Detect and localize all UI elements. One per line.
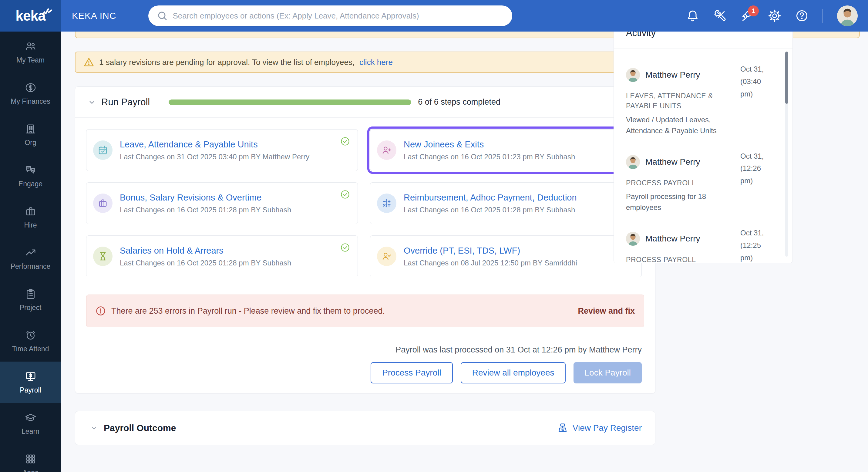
step-meta: Last Changes on 08 Jul 2025 12:50 pm BY … bbox=[404, 259, 617, 267]
activity-category: LEAVES, ATTENDANCE & PAYABLE UNITS bbox=[626, 91, 740, 111]
lock-payroll-button[interactable]: Lock Payroll bbox=[574, 362, 642, 383]
sidebar-item-label: My Finances bbox=[11, 97, 50, 105]
activity-entry: Matthew Perry PROCESS PAYROLL Payroll pr… bbox=[626, 150, 774, 213]
settings-gear-icon[interactable] bbox=[768, 9, 781, 23]
calendar-check-icon bbox=[93, 140, 113, 160]
sidebar-item-label: Apps bbox=[23, 469, 38, 472]
activity-entry: Matthew Perry LEAVES, ATTENDANCE & PAYAB… bbox=[626, 63, 774, 136]
user-plus-icon bbox=[377, 140, 396, 160]
sidebar-item-org[interactable]: Org bbox=[0, 114, 61, 155]
step-card-leave-attendance[interactable]: Leave, Attendance & Payable Units Last C… bbox=[86, 129, 358, 171]
sidebar-item-performance[interactable]: Performance bbox=[0, 238, 61, 279]
step-title-link[interactable]: Salaries on Hold & Arrears bbox=[120, 246, 333, 256]
avatar bbox=[626, 232, 640, 246]
step-meta: Last Changes on 16 Oct 2025 01:28 pm BY … bbox=[404, 206, 617, 214]
activity-category: PROCESS PAYROLL bbox=[626, 255, 740, 262]
view-pay-register-link[interactable]: View Pay Register bbox=[557, 422, 642, 434]
activity-category: PROCESS PAYROLL bbox=[626, 178, 740, 188]
sidebar-item-my-team[interactable]: My Team bbox=[0, 32, 61, 73]
activity-user-name: Matthew Perry bbox=[645, 70, 700, 80]
warning-text: 1 salary revisions are pending for appro… bbox=[99, 58, 354, 67]
top-bar: keka KEKA INC bbox=[0, 0, 868, 32]
step-title-link[interactable]: Override (PT, ESI, TDS, LWF) bbox=[404, 246, 617, 256]
hourglass-icon bbox=[93, 247, 113, 266]
step-title-link[interactable]: New Joinees & Exits bbox=[404, 139, 617, 150]
step-card-bonus-salary[interactable]: Bonus, Salary Revisions & Overtime Last … bbox=[86, 182, 358, 224]
project-icon bbox=[25, 288, 37, 300]
last-processed-text: Payroll was last processed on 31 Oct at … bbox=[396, 345, 642, 355]
sidebar-item-apps[interactable]: Apps bbox=[0, 444, 61, 472]
step-title-link[interactable]: Leave, Attendance & Payable Units bbox=[120, 139, 333, 150]
activity-description: Payroll processing for 18 employees bbox=[626, 191, 740, 213]
bell-icon[interactable] bbox=[686, 9, 700, 23]
sidebar-item-learn[interactable]: Learn bbox=[0, 403, 61, 444]
user-check-icon bbox=[377, 247, 396, 266]
step-title-link[interactable]: Reimbursement, Adhoc Payment, Deduction bbox=[404, 193, 617, 202]
finances-icon bbox=[25, 82, 37, 94]
collapse-chevron-icon[interactable] bbox=[87, 98, 96, 107]
sidebar-item-label: Engage bbox=[19, 180, 42, 188]
steps-progress-label: 6 of 6 steps completed bbox=[418, 97, 500, 107]
org-icon bbox=[25, 123, 37, 135]
briefcase-icon bbox=[93, 193, 113, 213]
learn-icon bbox=[25, 412, 37, 424]
sidebar-item-hire[interactable]: Hire bbox=[0, 196, 61, 238]
sidebar-item-engage[interactable]: Engage bbox=[0, 155, 61, 196]
error-text: There are 253 errors in Payroll run - Pl… bbox=[111, 306, 385, 316]
logo-spark-icon bbox=[40, 5, 53, 16]
sidebar-item-label: Org bbox=[25, 138, 36, 147]
avatar bbox=[626, 68, 640, 82]
apps-icon bbox=[25, 453, 37, 465]
sidebar-item-my-finances[interactable]: My Finances bbox=[0, 73, 61, 114]
company-name: KEKA INC bbox=[72, 11, 116, 21]
warning-icon bbox=[84, 57, 94, 68]
help-icon[interactable] bbox=[795, 9, 809, 23]
step-card-new-joinees[interactable]: New Joinees & Exits Last Changes on 16 O… bbox=[370, 129, 642, 171]
collapse-chevron-icon[interactable] bbox=[90, 424, 98, 432]
header-divider bbox=[823, 9, 823, 23]
activity-user-name: Matthew Perry bbox=[645, 234, 700, 244]
sidebar-nav: My Team My Finances Org bbox=[0, 32, 61, 472]
performance-icon bbox=[25, 247, 37, 259]
activity-description: Viewed / Updated Leaves, Attendance & Pa… bbox=[626, 114, 740, 136]
review-and-fix-link[interactable]: Review and fix bbox=[578, 306, 635, 316]
process-payroll-button[interactable]: Process Payroll bbox=[371, 362, 453, 383]
sidebar-item-time-attend[interactable]: Time Attend bbox=[0, 320, 61, 361]
review-all-employees-button[interactable]: Review all employees bbox=[461, 362, 566, 383]
avatar bbox=[626, 155, 640, 169]
step-meta: Last Changes on 16 Oct 2025 01:23 pm BY … bbox=[404, 153, 617, 161]
activity-list: Matthew Perry LEAVES, ATTENDANCE & PAYAB… bbox=[614, 49, 793, 262]
search-input[interactable] bbox=[173, 11, 504, 21]
step-card-reimbursement[interactable]: Reimbursement, Adhoc Payment, Deduction … bbox=[370, 182, 642, 224]
sidebar-item-project[interactable]: Project bbox=[0, 279, 61, 320]
payroll-outcome-title: Payroll Outcome bbox=[104, 423, 176, 433]
notification-badge: 1 bbox=[748, 5, 759, 17]
engage-icon bbox=[25, 164, 37, 176]
run-payroll-title: Run Payroll bbox=[101, 97, 150, 108]
step-card-salaries-on-hold[interactable]: Salaries on Hold & Arrears Last Changes … bbox=[86, 235, 358, 277]
run-payroll-section: Run Payroll 6 of 6 steps completed Leave… bbox=[75, 87, 655, 394]
warning-click-here-link[interactable]: click here bbox=[360, 58, 393, 67]
activity-timestamp: Oct 31, (03:40 pm) bbox=[740, 63, 774, 136]
announcements-rocket-icon[interactable]: 1 bbox=[741, 9, 754, 23]
step-card-override[interactable]: Override (PT, ESI, TDS, LWF) Last Change… bbox=[370, 235, 642, 277]
payroll-icon bbox=[25, 370, 37, 382]
search-icon bbox=[157, 10, 168, 21]
step-meta: Last Changes on 31 Oct 2025 03:40 pm BY … bbox=[120, 153, 333, 161]
tools-icon[interactable] bbox=[713, 9, 727, 23]
step-title-link[interactable]: Bonus, Salary Revisions & Overtime bbox=[120, 193, 333, 202]
global-search[interactable] bbox=[148, 5, 512, 26]
pay-register-icon bbox=[557, 422, 568, 434]
activity-entry: Matthew Perry PROCESS PAYROLL Oct 31, (1… bbox=[626, 227, 774, 262]
activity-scrollbar-thumb[interactable] bbox=[785, 52, 788, 104]
user-avatar[interactable] bbox=[837, 5, 858, 26]
step-meta: Last Changes on 16 Oct 2025 01:28 pm BY … bbox=[120, 259, 333, 267]
sidebar-item-payroll[interactable]: Payroll bbox=[0, 361, 61, 403]
salary-revision-warning-banner: 1 salary revisions are pending for appro… bbox=[75, 52, 655, 73]
steps-progress-bar bbox=[168, 99, 411, 105]
activity-user-name: Matthew Perry bbox=[645, 157, 700, 167]
keka-logo[interactable]: keka bbox=[0, 0, 61, 32]
activity-timestamp: Oct 31, (12:25 pm) bbox=[740, 227, 774, 262]
view-pay-register-label: View Pay Register bbox=[572, 423, 642, 433]
sidebar-item-label: Time Attend bbox=[12, 345, 49, 353]
